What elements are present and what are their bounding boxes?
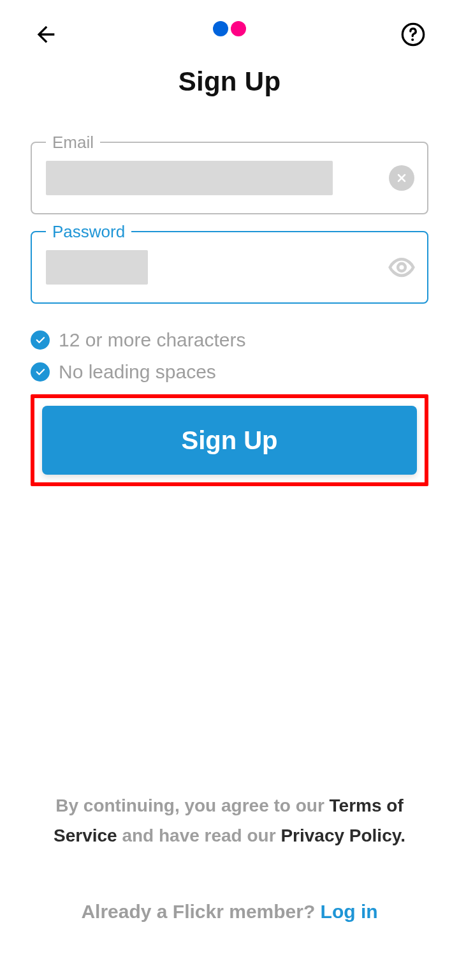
terms-mid: and have read our [117,826,281,845]
help-circle-icon [400,22,426,47]
requirement-text: 12 or more characters [59,329,245,351]
email-field[interactable]: Email [31,142,428,214]
highlight-box: Sign Up [31,394,428,486]
terms-prefix: By continuing, you agree to our [55,796,329,815]
login-link[interactable]: Log in [321,901,378,922]
page-title: Sign Up [0,66,459,97]
logo-dot-blue-icon [213,21,228,36]
password-input-value[interactable] [46,250,148,285]
svg-point-1 [411,38,414,41]
password-requirements: 12 or more characters No leading spaces [31,329,428,383]
password-field[interactable]: Password [31,231,428,304]
signup-screen: Sign Up Email Password 12 or more charac… [0,0,459,980]
login-prompt: Already a Flickr member? [81,901,320,922]
requirement-item: No leading spaces [31,361,428,383]
check-circle-icon [31,362,50,382]
back-button[interactable] [31,19,61,50]
login-row: Already a Flickr member? Log in [31,901,428,923]
svg-point-2 [398,264,405,271]
footer: By continuing, you agree to our Terms of… [0,791,459,923]
terms-text: By continuing, you agree to our Terms of… [31,791,428,851]
top-bar [0,0,459,57]
flickr-logo [213,21,246,36]
email-input-value[interactable] [46,161,333,195]
logo-dot-pink-icon [231,21,246,36]
signup-form: Email Password 12 or more characters [0,97,459,486]
password-label: Password [46,222,131,242]
requirement-text: No leading spaces [59,361,216,383]
arrow-left-icon [33,22,59,47]
close-circle-icon [389,165,414,191]
check-circle-icon [31,330,50,350]
requirement-item: 12 or more characters [31,329,428,351]
eye-icon [388,253,416,281]
privacy-policy-link[interactable]: Privacy Policy. [280,826,405,845]
signup-button[interactable]: Sign Up [42,406,417,475]
clear-email-button[interactable] [388,164,416,192]
email-label: Email [46,133,100,152]
help-button[interactable] [398,19,428,50]
toggle-password-visibility-button[interactable] [388,253,416,281]
